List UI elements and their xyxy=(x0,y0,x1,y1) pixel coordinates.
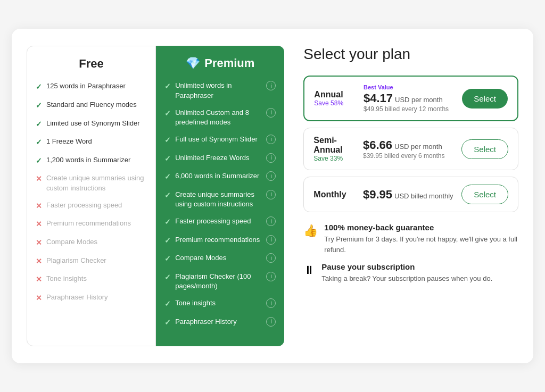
plan-cards: AnnualSave 58%Best Value$4.17USD per mon… xyxy=(303,76,518,212)
plan-name-section: Monthly xyxy=(313,190,363,199)
select-plan-button-monthly[interactable]: Select xyxy=(461,185,508,204)
premium-feature-item: ✓6,000 words in Summarizeri xyxy=(164,171,276,182)
free-feature-item: ✓1 Freeze Word xyxy=(36,137,147,148)
premium-column: 💎 Premium ✓Unlimited words in Paraphrase… xyxy=(156,46,284,346)
guarantee-text: Pause your subscriptionTaking a break? Y… xyxy=(321,262,492,284)
premium-check-icon: ✓ xyxy=(164,172,171,182)
info-icon[interactable]: i xyxy=(266,190,276,199)
free-column-title: Free xyxy=(36,57,147,71)
guarantee-desc: Taking a break? Your subscription pauses… xyxy=(321,273,492,284)
premium-feature-left: ✓6,000 words in Summarizer xyxy=(164,171,262,182)
plan-price-main: $4.17 xyxy=(364,91,393,105)
feature-text: Plagiarism Checker xyxy=(46,256,106,265)
plan-price-unit: USD per month xyxy=(394,143,442,151)
premium-check-icon: ✓ xyxy=(164,154,171,164)
check-icon: ✓ xyxy=(36,156,42,166)
cross-icon: ✕ xyxy=(36,238,42,248)
premium-feature-left: ✓Unlimited words in Paraphraser xyxy=(164,81,262,100)
premium-feature-item: ✓Tone insightsi xyxy=(164,298,276,310)
plan-card-annual[interactable]: AnnualSave 58%Best Value$4.17USD per mon… xyxy=(303,76,518,121)
free-feature-item: ✕Faster processing speed xyxy=(36,201,147,212)
free-feature-item: ✕Plagiarism Checker xyxy=(36,256,147,267)
plan-select-section: Select xyxy=(461,185,508,204)
free-feature-item: ✓Standard and Fluency modes xyxy=(36,100,147,111)
feature-text: Create unique summaries using custom ins… xyxy=(46,173,147,193)
premium-feature-item: ✓Full use of Synonym Slideri xyxy=(164,135,276,146)
premium-feature-left: ✓Faster processing speed xyxy=(164,216,262,228)
check-icon: ✓ xyxy=(36,137,42,148)
info-icon[interactable]: i xyxy=(266,253,276,263)
premium-check-icon: ✓ xyxy=(164,190,171,201)
plan-card-monthly[interactable]: Monthly$9.95USD billed monthlySelect xyxy=(303,177,518,212)
premium-feature-text: 6,000 words in Summarizer xyxy=(175,171,259,181)
premium-feature-left: ✓Full use of Synonym Slider xyxy=(164,135,262,146)
info-icon[interactable]: i xyxy=(266,135,276,144)
plan-save-text: Save 33% xyxy=(313,155,363,162)
premium-feature-item: ✓Faster processing speedi xyxy=(164,216,276,228)
free-feature-item: ✓125 words in Paraphraser xyxy=(36,81,147,93)
plan-price-sub: $39.95 billed every 6 months xyxy=(363,152,461,160)
info-icon[interactable]: i xyxy=(266,235,276,245)
plan-card-semi-annual[interactable]: Semi-AnnualSave 33%$6.66USD per month$39… xyxy=(303,128,518,170)
guarantee-item-g2: ⏸Pause your subscriptionTaking a break? … xyxy=(303,262,518,284)
cross-icon: ✕ xyxy=(36,256,42,267)
premium-feature-text: Create unique summaries using custom ins… xyxy=(175,190,262,209)
select-plan-button-semi-annual[interactable]: Select xyxy=(461,139,508,159)
info-icon[interactable]: i xyxy=(266,81,276,90)
premium-feature-text: Unlimited Custom and 8 predefined modes xyxy=(175,108,262,127)
info-icon[interactable]: i xyxy=(266,171,276,181)
info-icon[interactable]: i xyxy=(266,272,276,281)
info-icon[interactable]: i xyxy=(266,298,276,308)
premium-check-icon: ✓ xyxy=(164,272,171,283)
info-icon[interactable]: i xyxy=(266,317,276,327)
check-icon: ✓ xyxy=(36,119,42,130)
premium-check-icon: ✓ xyxy=(164,217,171,228)
premium-features-list: ✓Unlimited words in Paraphraseri✓Unlimit… xyxy=(164,81,276,328)
guarantee-desc: Try Premium for 3 days. If you're not ha… xyxy=(324,234,518,255)
premium-check-icon: ✓ xyxy=(164,299,171,310)
premium-feature-item: ✓Unlimited Custom and 8 predefined modes… xyxy=(164,108,276,127)
feature-text: 125 words in Paraphraser xyxy=(46,81,126,91)
premium-feature-left: ✓Unlimited Custom and 8 predefined modes xyxy=(164,108,262,127)
premium-check-icon: ✓ xyxy=(164,109,171,119)
main-container: Free ✓125 words in Paraphraser✓Standard … xyxy=(12,29,533,363)
premium-feature-text: Faster processing speed xyxy=(175,216,251,226)
plan-price-unit: USD per month xyxy=(395,96,443,104)
right-section: Select your plan AnnualSave 58%Best Valu… xyxy=(297,46,518,346)
premium-feature-left: ✓Plagiarism Checker (100 pages/month) xyxy=(164,272,262,291)
premium-feature-text: Paraphraser History xyxy=(175,317,237,327)
price-row: $6.66USD per month xyxy=(363,138,461,152)
premium-check-icon: ✓ xyxy=(164,135,171,146)
premium-check-icon: ✓ xyxy=(164,81,171,92)
select-plan-button-annual[interactable]: Select xyxy=(462,89,508,109)
premium-feature-text: Full use of Synonym Slider xyxy=(175,135,258,144)
best-value-label: Best Value xyxy=(364,84,462,90)
premium-feature-item: ✓Unlimited words in Paraphraseri xyxy=(164,81,276,100)
info-icon[interactable]: i xyxy=(266,216,276,226)
info-icon[interactable]: i xyxy=(266,153,276,163)
feature-text: Paraphraser History xyxy=(46,293,108,302)
premium-feature-left: ✓Premium recommendations xyxy=(164,235,262,246)
premium-feature-left: ✓Compare Modes xyxy=(164,253,262,264)
feature-text: Limited use of Synonym Slider xyxy=(46,119,140,128)
cross-icon: ✕ xyxy=(36,201,42,212)
guarantee-title: 100% money-back guarantee xyxy=(324,223,518,232)
info-icon[interactable]: i xyxy=(266,108,276,118)
guarantee-title: Pause your subscription xyxy=(321,262,492,271)
plan-name: Monthly xyxy=(313,190,363,199)
thumbsup-icon: 👍 xyxy=(303,224,318,238)
feature-text: Compare Modes xyxy=(46,237,97,247)
plan-price-section: $6.66USD per month$39.95 billed every 6 … xyxy=(363,138,461,160)
premium-feature-left: ✓Create unique summaries using custom in… xyxy=(164,190,262,209)
free-feature-item: ✕Paraphraser History xyxy=(36,293,147,304)
cross-icon: ✕ xyxy=(36,174,42,185)
guarantee-item-g1: 👍100% money-back guaranteeTry Premium fo… xyxy=(303,223,518,255)
plan-name: Semi-Annual xyxy=(313,136,363,155)
cross-icon: ✕ xyxy=(36,274,42,285)
free-feature-item: ✓Limited use of Synonym Slider xyxy=(36,119,147,130)
feature-text: 1,200 words in Summarizer xyxy=(46,155,130,165)
premium-feature-left: ✓Unlimited Freeze Words xyxy=(164,153,262,164)
premium-feature-left: ✓Tone insights xyxy=(164,298,262,310)
guarantee-section: 👍100% money-back guaranteeTry Premium fo… xyxy=(303,223,518,284)
feature-text: Tone insights xyxy=(46,274,87,283)
